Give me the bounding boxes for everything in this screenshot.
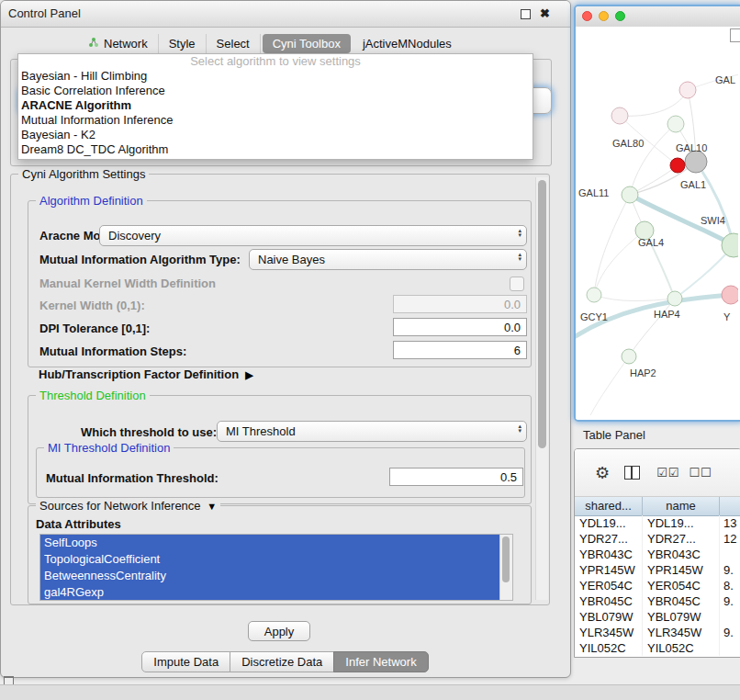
node-label: GAL1: [680, 179, 706, 190]
mi-steps-label: Mutual Information Steps:: [39, 344, 186, 358]
which-threshold-label: Which threshold to use:: [81, 425, 217, 439]
data-attributes-list[interactable]: SelfLoops TopologicalCoefficient Between…: [39, 534, 513, 601]
attribute-list-item[interactable]: gal4RGexp: [40, 584, 500, 601]
cell-extra: 9.: [720, 625, 740, 640]
network-tab-icon: [88, 37, 99, 51]
network-node[interactable]: [667, 291, 682, 306]
dpi-tolerance-label: DPI Tolerance [0,1]:: [39, 322, 150, 335]
which-threshold-select[interactable]: MI Threshold ▴▾: [217, 421, 527, 442]
algorithm-definition-group: Algorithm Definition Aracne Mode: Discov…: [28, 200, 532, 367]
hub-tf-definition-toggle[interactable]: Hub/Transcription Factor Definition▶: [39, 367, 253, 381]
tab-infer-network[interactable]: Infer Network: [333, 651, 428, 672]
mi-threshold-input[interactable]: [389, 468, 523, 486]
table-row[interactable]: YPR145W YPR145W 9.: [575, 562, 740, 578]
network-node[interactable]: [685, 151, 707, 173]
dropdown-item[interactable]: ARACNE Algorithm: [18, 98, 533, 113]
close-icon[interactable]: ✖: [540, 1, 550, 27]
tab-select[interactable]: Select: [207, 34, 261, 53]
mi-steps-input[interactable]: [393, 341, 527, 359]
table-row[interactable]: YIL052C YIL052C: [575, 640, 740, 656]
mi-algorithm-select[interactable]: Naive Bayes ▴▾: [249, 249, 527, 270]
network-node[interactable]: [611, 107, 628, 124]
attr-list-items: SelfLoops TopologicalCoefficient Between…: [40, 535, 512, 601]
list-scrollbar[interactable]: [499, 535, 512, 600]
dpi-tolerance-input[interactable]: [393, 318, 527, 336]
mac-zoom-button[interactable]: [615, 11, 625, 21]
cell-shared-name: YLR345W: [575, 625, 643, 640]
tab-style[interactable]: Style: [159, 34, 207, 53]
network-node[interactable]: [679, 82, 696, 98]
dropdown-item-label: Basic Correlation Inference: [21, 84, 165, 97]
network-node[interactable]: [622, 186, 638, 203]
node-label: GAL10: [676, 142, 707, 153]
control-panel-titlebar[interactable]: Control Panel ✖: [1, 1, 570, 28]
network-node[interactable]: [670, 158, 685, 173]
scrollbar-thumb[interactable]: [502, 536, 510, 582]
cell-shared-name: YDL19...: [575, 515, 643, 531]
desktop: Control Panel ✖ Network Style Select Cyn…: [0, 0, 740, 700]
bottom-tab-bar: Impute Data Discretize Data Infer Networ…: [1, 651, 570, 672]
network-node[interactable]: [722, 233, 738, 257]
apply-button[interactable]: Apply: [248, 621, 310, 641]
node-label: GAL11: [578, 187, 609, 198]
dropdown-item[interactable]: Basic Correlation Inference: [18, 84, 533, 98]
dropdown-item[interactable]: Dream8 DC_TDC Algorithm: [18, 142, 533, 157]
window-controls: ✖: [521, 1, 550, 27]
network-edge[interactable]: [696, 162, 734, 245]
attribute-list-item[interactable]: TopologicalCoefficient: [40, 551, 500, 568]
network-edge[interactable]: [590, 356, 629, 415]
attribute-list-item[interactable]: SelfLoops: [40, 535, 500, 551]
dropdown-item-label: Bayesian - Hill Climbing: [21, 69, 147, 83]
tab-cyni-toolbox[interactable]: Cyni Toolbox: [263, 34, 351, 53]
column-header-extra[interactable]: [720, 497, 740, 515]
scroll-corner-box[interactable]: [730, 28, 740, 42]
scrollbar-thumb[interactable]: [538, 180, 546, 448]
aracne-mode-select[interactable]: Discovery ▴▾: [99, 225, 527, 246]
cell-shared-name: YDR27...: [575, 531, 643, 547]
tab-impute-data[interactable]: Impute Data: [141, 651, 230, 672]
dropdown-item[interactable]: Bayesian - Hill Climbing: [18, 69, 533, 84]
attribute-list-item[interactable]: BetweennessCentrality: [40, 568, 500, 584]
network-node[interactable]: [622, 349, 636, 364]
tab-jactivemnodules[interactable]: jActiveMNodules: [353, 34, 462, 53]
column-header-name[interactable]: name: [643, 497, 720, 515]
top-tab-bar: Network Style Select Cyni Toolbox jActiv…: [78, 33, 462, 54]
tab-label: Cyni Toolbox: [273, 37, 341, 51]
mac-minimize-button[interactable]: [599, 11, 609, 21]
deselect-all-checkboxes-icon[interactable]: ☐☐: [689, 466, 712, 480]
node-label: GCY1: [580, 311, 608, 322]
table-row[interactable]: YDR27... YDR27... 12: [575, 531, 740, 547]
table-row[interactable]: YBR045C YBR045C 9.: [575, 593, 740, 609]
expanded-arrow-icon[interactable]: ▼: [207, 501, 217, 512]
float-window-icon[interactable]: [521, 9, 531, 19]
tab-label: Style: [169, 37, 196, 51]
network-node[interactable]: [722, 286, 738, 304]
table-row[interactable]: YBR043C YBR043C: [575, 547, 740, 562]
cell-extra: [720, 640, 740, 656]
network-edge[interactable]: [620, 90, 688, 116]
table-row[interactable]: YBL079W YBL079W: [575, 609, 740, 625]
network-node[interactable]: [587, 288, 601, 302]
mi-threshold-title: MI Threshold Definition: [44, 441, 174, 455]
network-canvas[interactable]: GALGAL80GAL10GAL11GAL1SWI4GAL4GCY1HAP4YH…: [576, 27, 740, 420]
cell-shared-name: YER054C: [575, 578, 643, 593]
table-row[interactable]: YLR345W YLR345W 9.: [575, 625, 740, 640]
settings-scrollbar[interactable]: [535, 177, 548, 600]
network-node[interactable]: [667, 116, 684, 132]
select-all-checkboxes-icon[interactable]: ☑☑: [656, 466, 679, 480]
gear-icon[interactable]: ⚙: [595, 463, 610, 483]
network-window-titlebar[interactable]: [576, 6, 740, 28]
tab-network[interactable]: Network: [78, 34, 159, 53]
network-edge[interactable]: [594, 231, 645, 295]
network-edge[interactable]: [630, 124, 676, 195]
dropdown-item[interactable]: Mutual Information Inference: [18, 113, 533, 128]
network-edge[interactable]: [594, 295, 675, 301]
column-header-shared-name[interactable]: shared...: [575, 497, 643, 515]
table-row[interactable]: YER054C YER054C 8.: [575, 578, 740, 593]
mac-close-button[interactable]: [582, 11, 592, 21]
table-row[interactable]: YDL19... YDL19... 13: [575, 515, 740, 531]
columns-icon[interactable]: [624, 466, 640, 480]
dropdown-item[interactable]: Bayesian - K2: [18, 128, 533, 142]
tab-discretize-data[interactable]: Discretize Data: [230, 651, 334, 672]
cell-name: YBR043C: [643, 547, 720, 562]
